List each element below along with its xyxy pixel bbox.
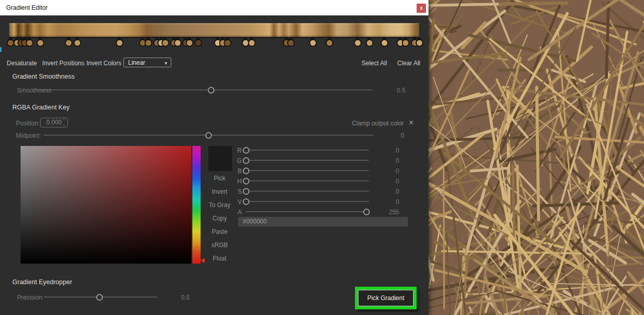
midpoint-label: Midpoint:	[16, 132, 41, 139]
pick-button[interactable]: Pick	[205, 175, 235, 182]
gradient-preview-strip[interactable]	[9, 23, 419, 37]
position-value: 0.000	[46, 119, 62, 126]
background-texture-svg	[428, 0, 644, 315]
r-slider[interactable]	[246, 150, 369, 151]
stop-color-dot	[287, 39, 295, 47]
to-gray-button[interactable]: To Gray	[205, 201, 235, 209]
pick-gradient-highlight: Pick Gradient	[355, 287, 417, 309]
r-value: 0	[375, 147, 399, 154]
b-label: B	[236, 168, 242, 175]
background-texture	[428, 0, 644, 315]
h-label: H	[236, 178, 242, 185]
gradient-stops[interactable]	[9, 37, 419, 47]
clamp-x-icon[interactable]: ✕	[408, 119, 414, 126]
smoothness-handle[interactable]	[208, 87, 214, 94]
g-value: 0	[375, 157, 399, 164]
g-slider[interactable]	[246, 160, 369, 161]
spinner-icon[interactable]: ⌃⌄	[62, 118, 65, 126]
chevron-down-icon: ▾	[165, 58, 167, 68]
stop-color-dot	[186, 39, 193, 47]
v-slider[interactable]	[246, 201, 369, 202]
precision-label: Precision	[17, 294, 42, 301]
pick-gradient-button[interactable]: Pick Gradient	[358, 290, 414, 306]
s-label: S	[236, 188, 242, 195]
srgb-button[interactable]: sRGB	[205, 242, 235, 249]
smoothness-heading: Gradient Smoothness	[12, 73, 75, 80]
stop-color-dot	[224, 39, 231, 47]
current-color-swatch	[208, 146, 232, 171]
select-all-button[interactable]: Select All	[362, 60, 387, 67]
stop-color-dot	[309, 39, 317, 47]
stop-color-dot	[416, 39, 423, 47]
window-title: Gradient Editor	[6, 4, 48, 11]
stop-color-dot	[174, 39, 182, 47]
invert-positions-button[interactable]: Invert Positions	[42, 60, 84, 67]
stop-color-dot	[381, 39, 388, 47]
v-label: V	[236, 198, 242, 206]
position-label: Position:	[16, 120, 40, 127]
midpoint-handle[interactable]	[205, 132, 212, 139]
position-input[interactable]: 0.000 ⌃⌄	[40, 118, 68, 127]
stop-color-dot	[116, 39, 123, 47]
s-handle[interactable]	[243, 188, 249, 195]
stop-color-dot	[402, 39, 409, 47]
stop-color-dot	[354, 39, 362, 47]
a-value: 255	[375, 209, 399, 216]
stop-color-dot	[145, 39, 152, 47]
paste-button[interactable]: Paste	[205, 228, 235, 235]
clamp-output-label: Clamp output color	[352, 120, 404, 127]
g-handle[interactable]	[243, 157, 249, 164]
g-label: G	[236, 157, 242, 164]
midpoint-value: 0	[381, 132, 404, 139]
smoothness-value: 0.5	[381, 87, 405, 94]
interpolation-dropdown[interactable]: Linear ▾	[123, 58, 171, 67]
gradient-editor-dialog: Gradient Editor x Desaturate Invert Posi…	[0, 0, 428, 315]
edge-tick	[0, 47, 2, 52]
desaturate-button[interactable]: Desaturate	[7, 60, 37, 67]
r-handle[interactable]	[243, 147, 249, 154]
a-slider[interactable]	[246, 211, 369, 212]
stop-color-dot	[162, 39, 169, 47]
precision-handle[interactable]	[96, 294, 103, 301]
h-slider[interactable]	[246, 180, 369, 181]
invert-button[interactable]: Invert	[205, 188, 235, 195]
s-slider[interactable]	[246, 191, 369, 192]
stop-color-dot	[65, 39, 73, 47]
stop-color-dot	[366, 39, 373, 47]
saturation-value-picker[interactable]	[21, 146, 191, 264]
v-value: 0	[375, 198, 399, 206]
float-button[interactable]: Float	[205, 255, 235, 262]
h-value: 0	[375, 178, 399, 185]
stop-color-dot	[248, 39, 256, 47]
hue-marker-icon	[201, 258, 205, 263]
eyedropper-heading: Gradient Eyedropper	[12, 279, 72, 286]
r-label: R	[236, 147, 242, 154]
rgba-key-heading: RGBA Gradient Key	[12, 104, 69, 111]
stop-color-dot	[74, 39, 81, 47]
h-handle[interactable]	[243, 178, 249, 184]
precision-slider[interactable]	[44, 297, 157, 298]
precision-value: 0.5	[181, 294, 190, 301]
v-handle[interactable]	[243, 198, 249, 205]
invert-colors-button[interactable]: Invert Colors	[86, 60, 121, 67]
clear-all-button[interactable]: Clear All	[397, 60, 420, 67]
smoothness-label: Smoothness	[17, 87, 51, 94]
titlebar[interactable]: Gradient Editor x	[0, 0, 428, 15]
stop-color-dot	[26, 39, 33, 47]
hue-strip[interactable]	[192, 146, 201, 264]
smoothness-slider[interactable]	[32, 89, 372, 90]
b-value: 0	[375, 168, 399, 175]
close-button[interactable]: x	[417, 4, 426, 13]
s-value: 0	[375, 188, 399, 195]
hex-color-input[interactable]: #000000	[238, 217, 408, 227]
stop-color-dot	[37, 39, 44, 47]
copy-button[interactable]: Copy	[205, 215, 235, 222]
screen: Gradient Editor x Desaturate Invert Posi…	[0, 0, 644, 315]
stop-color-dot	[326, 39, 333, 47]
b-slider[interactable]	[246, 170, 369, 171]
a-handle[interactable]	[363, 209, 370, 215]
b-handle[interactable]	[243, 168, 249, 174]
stop-color-dot	[194, 39, 202, 47]
a-label: A	[236, 209, 242, 216]
midpoint-slider[interactable]	[44, 135, 373, 136]
